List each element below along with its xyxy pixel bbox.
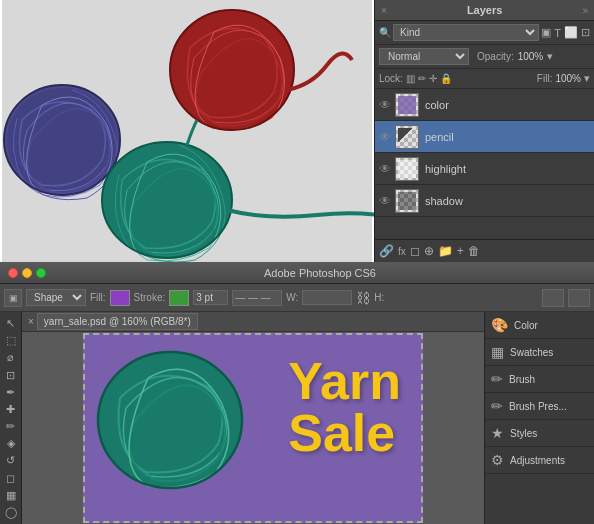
toolbar-row: ▣ Shape Fill: Stroke: — — — W: ⛓ H: — [0, 284, 594, 312]
brush-panel-item[interactable]: ✏ Brush — [485, 366, 594, 393]
minimize-button[interactable] — [22, 268, 32, 278]
styles-icon: ★ — [491, 425, 504, 441]
color-panel-label: Color — [514, 320, 538, 331]
doc-tab-close[interactable]: × — [28, 316, 34, 327]
document-tab[interactable]: × yarn_sale.psd @ 160% (RGB/8*) — [22, 312, 484, 332]
color-icon: 🎨 — [491, 317, 508, 333]
healing-tool[interactable]: ✚ — [2, 402, 20, 417]
lock-paint-icon[interactable]: ✏ — [418, 73, 426, 84]
brush-tool[interactable]: ✏ — [2, 419, 20, 434]
align-btn[interactable] — [542, 289, 564, 307]
canvas-content: Yarn Sale — [83, 333, 423, 523]
eyedropper-tool[interactable]: ✒ — [2, 385, 20, 400]
opacity-dropdown-icon[interactable]: ▾ — [547, 50, 553, 63]
lock-transparent-icon[interactable]: ▥ — [406, 73, 415, 84]
styles-panel-item[interactable]: ★ Styles — [485, 420, 594, 447]
yarn-sale-text: Yarn Sale — [288, 355, 401, 459]
distribute-btn[interactable] — [568, 289, 590, 307]
opacity-value: 100% — [518, 51, 544, 62]
lasso-tool[interactable]: ⌀ — [2, 350, 20, 365]
group-btn[interactable]: 📁 — [438, 244, 453, 258]
yarn-ball-preview — [90, 340, 250, 495]
lock-label: Lock: — [379, 73, 403, 84]
link-dimensions-icon[interactable]: ⛓ — [356, 290, 370, 306]
stroke-color-swatch[interactable] — [169, 290, 189, 306]
adjustment-icon[interactable]: T — [554, 27, 561, 39]
crop-tool[interactable]: ⊡ — [2, 368, 20, 383]
shape-tool-select[interactable]: Shape — [26, 289, 86, 306]
left-toolbar: ↖ ⬚ ⌀ ⊡ ✒ ✚ ✏ ◈ ↺ ◻ ▦ ◯ — [0, 312, 22, 524]
new-layer-btn[interactable]: + — [457, 244, 464, 258]
brush-presets-panel-label: Brush Pres... — [509, 401, 567, 412]
eraser-tool[interactable]: ◻ — [2, 471, 20, 486]
smart-object-icon[interactable]: ⊡ — [581, 26, 590, 39]
adjustments-panel-label: Adjustments — [510, 455, 565, 466]
layer-name-color: color — [425, 99, 449, 111]
fill-label: Fill: — [537, 73, 553, 84]
layers-list: 👁 color 👁 pencil 👁 highlig — [375, 89, 594, 239]
lock-row: Lock: ▥ ✏ ✛ 🔒 Fill: 100% ▾ — [375, 69, 594, 89]
layer-thumb-color — [395, 93, 419, 117]
panel-expand-btn[interactable]: » — [582, 5, 588, 16]
visibility-toggle-shadow[interactable]: 👁 — [379, 194, 391, 208]
panel-close-btn[interactable]: × — [381, 5, 387, 16]
stroke-toolbar-label: Stroke: — [134, 292, 166, 303]
layers-search-bar: 🔍 Kind ▣ T ⬜ ⊡ — [375, 21, 594, 45]
clone-tool[interactable]: ◈ — [2, 436, 20, 451]
kind-select[interactable]: Kind — [393, 24, 539, 41]
traffic-lights — [8, 268, 46, 278]
layer-thumb-pencil — [395, 125, 419, 149]
window-title: Adobe Photoshop CS6 — [54, 267, 586, 279]
lock-move-icon[interactable]: ✛ — [429, 73, 437, 84]
layer-type-icons: ▣ T ⬜ ⊡ — [541, 26, 590, 39]
move-tool[interactable]: ↖ — [2, 316, 20, 331]
layer-name-pencil: pencil — [425, 131, 454, 143]
fill-dropdown-icon[interactable]: ▾ — [584, 72, 590, 85]
layer-name-highlight: highlight — [425, 163, 466, 175]
width-input[interactable] — [302, 290, 352, 305]
brush-presets-icon: ✏ — [491, 398, 503, 414]
link-layers-btn[interactable]: 🔗 — [379, 244, 394, 258]
layer-item-pencil[interactable]: 👁 pencil — [375, 121, 594, 153]
swatches-panel-item[interactable]: ▦ Swatches — [485, 339, 594, 366]
blur-tool[interactable]: ◯ — [2, 505, 20, 520]
history-tool[interactable]: ↺ — [2, 453, 20, 468]
layer-item-highlight[interactable]: 👁 highlight — [375, 153, 594, 185]
photoshop-cs6-window: Adobe Photoshop CS6 ▣ Shape Fill: Stroke… — [0, 262, 594, 524]
fill-color-swatch[interactable] — [110, 290, 130, 306]
marquee-tool[interactable]: ⬚ — [2, 333, 20, 348]
brush-presets-panel-item[interactable]: ✏ Brush Pres... — [485, 393, 594, 420]
fx-btn[interactable]: fx — [398, 246, 406, 257]
layer-name-shadow: shadow — [425, 195, 463, 207]
layer-item-color[interactable]: 👁 color — [375, 89, 594, 121]
layers-bottom-bar: 🔗 fx ◻ ⊕ 📁 + 🗑 — [375, 239, 594, 262]
main-area: ↖ ⬚ ⌀ ⊡ ✒ ✚ ✏ ◈ ↺ ◻ ▦ ◯ × yarn_sale.psd … — [0, 312, 594, 524]
visibility-toggle-pencil[interactable]: 👁 — [379, 130, 391, 144]
gradient-tool[interactable]: ▦ — [2, 488, 20, 503]
delete-layer-btn[interactable]: 🗑 — [468, 244, 480, 258]
lock-all-icon[interactable]: 🔒 — [440, 73, 452, 84]
blend-mode-select[interactable]: Normal — [379, 48, 469, 65]
pixel-layer-icon[interactable]: ▣ — [541, 26, 551, 39]
brush-panel-label: Brush — [509, 374, 535, 385]
color-panel-item[interactable]: 🎨 Color — [485, 312, 594, 339]
maximize-button[interactable] — [36, 268, 46, 278]
blend-mode-row: Normal Opacity: 100% ▾ — [375, 45, 594, 69]
layers-panel-header: × Layers » — [375, 0, 594, 21]
styles-panel-label: Styles — [510, 428, 537, 439]
close-button[interactable] — [8, 268, 18, 278]
adjustments-panel-item[interactable]: ⚙ Adjustments — [485, 447, 594, 474]
add-mask-btn[interactable]: ◻ — [410, 244, 420, 258]
stroke-width-input[interactable] — [193, 290, 228, 305]
layer-item-shadow[interactable]: 👁 shadow — [375, 185, 594, 217]
layer-thumb-shadow — [395, 189, 419, 213]
swatches-panel-label: Swatches — [510, 347, 553, 358]
visibility-toggle-highlight[interactable]: 👁 — [379, 162, 391, 176]
visibility-toggle-color[interactable]: 👁 — [379, 98, 391, 112]
swatches-icon: ▦ — [491, 344, 504, 360]
tool-mode-icon: ▣ — [4, 289, 22, 307]
shape-icon[interactable]: ⬜ — [564, 26, 578, 39]
stroke-style-selector[interactable]: — — — — [232, 290, 282, 306]
adjustment-btn[interactable]: ⊕ — [424, 244, 434, 258]
layers-panel: × Layers » 🔍 Kind ▣ T ⬜ ⊡ Normal Opacity… — [374, 0, 594, 262]
